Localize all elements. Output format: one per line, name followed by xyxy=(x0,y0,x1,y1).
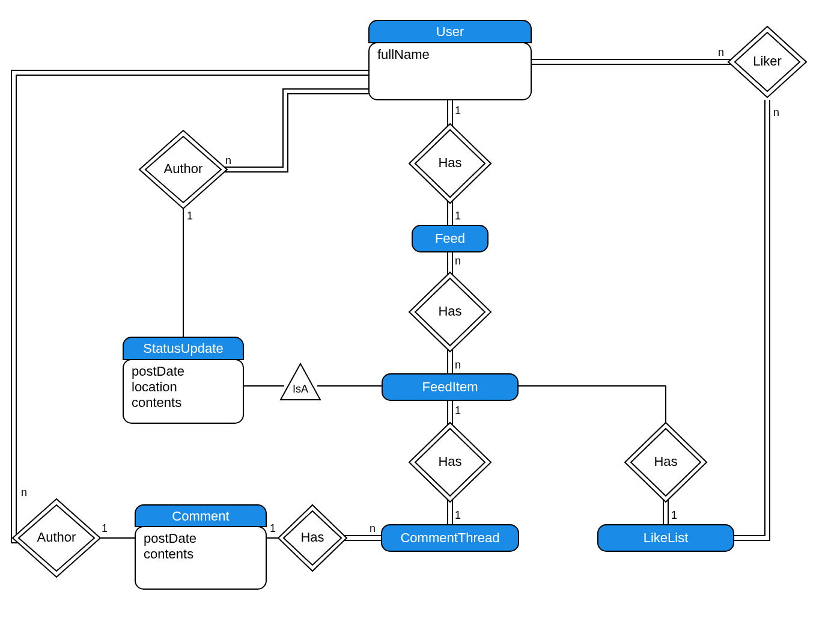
card-user-liker: n xyxy=(718,46,724,58)
entity-statusupdate-title: StatusUpdate xyxy=(143,341,223,356)
rel-author-bottom: Author xyxy=(13,499,100,577)
entity-comment-attr-0: postDate xyxy=(144,531,196,546)
entity-statusupdate: StatusUpdate postDate location contents xyxy=(123,337,243,423)
rel-has-user-feed: Has xyxy=(409,124,491,203)
rel-liker-label: Liker xyxy=(753,54,782,69)
edge-author-top-user: n xyxy=(215,89,369,172)
rel-has-comment-label: Has xyxy=(300,530,324,545)
entity-likelist: LikeList xyxy=(598,525,734,551)
card-user-hasfeed: 1 xyxy=(455,105,461,117)
rel-isa: IsA xyxy=(281,364,320,400)
rel-has-user-feed-label: Has xyxy=(438,155,461,170)
entity-feeditem-title: FeedItem xyxy=(422,379,478,394)
entity-statusupdate-attr-0: postDate xyxy=(132,364,184,379)
entity-user: User fullName xyxy=(369,20,531,100)
card-feeditem-ct: 1 xyxy=(455,405,461,417)
entity-feeditem: FeedItem xyxy=(382,374,518,400)
entity-statusupdate-attr-1: location xyxy=(132,379,177,394)
entity-commentthread-title: CommentThread xyxy=(400,530,499,545)
edge-feeditem-has-likelist xyxy=(518,386,666,430)
card-feed-bottom: n xyxy=(455,255,461,267)
rel-author-top-label: Author xyxy=(164,161,203,176)
card-author-bottom-n: n xyxy=(21,486,27,498)
entity-comment-title: Comment xyxy=(172,509,229,524)
card-comment-author: 1 xyxy=(102,522,108,534)
card-comment-has: 1 xyxy=(270,522,276,534)
card-likelist-top: 1 xyxy=(671,509,677,521)
entity-commentthread: CommentThread xyxy=(382,525,519,551)
entity-comment-attr-1: contents xyxy=(144,546,193,561)
card-ct-top: 1 xyxy=(455,509,461,521)
rel-has-likelist: Has xyxy=(625,423,707,502)
edge-liker-user: n xyxy=(531,46,738,64)
entity-comment: Comment postDate contents xyxy=(135,505,266,589)
entity-likelist-title: LikeList xyxy=(644,530,689,545)
rel-author-top: Author xyxy=(139,130,227,209)
card-statusupdate-author: 1 xyxy=(187,210,193,222)
rel-author-bottom-label: Author xyxy=(37,530,76,545)
entity-feed-title: Feed xyxy=(435,231,465,246)
er-diagram: 1 1 n n 1 1 n 1 1 xyxy=(0,0,840,642)
rel-liker: Liker xyxy=(728,26,806,97)
rel-has-feed-feeditem-label: Has xyxy=(438,304,461,319)
card-ct-hascomment: n xyxy=(370,522,376,534)
edge-likelist-liker: n xyxy=(734,100,779,540)
card-author-top-n: n xyxy=(225,154,231,167)
rel-has-comment: Has xyxy=(278,505,347,571)
edge-statusupdate-author: 1 xyxy=(183,201,193,337)
card-feed-top: 1 xyxy=(455,210,461,222)
entity-statusupdate-attr-2: contents xyxy=(132,395,181,410)
rel-has-feeditem-ct: Has xyxy=(409,423,491,502)
entity-user-attr-0: fullName xyxy=(377,47,430,62)
rel-has-feeditem-ct-label: Has xyxy=(438,454,461,469)
entity-user-title: User xyxy=(436,24,464,39)
rel-has-feed-feeditem: Has xyxy=(409,272,491,352)
card-feeditem-top: n xyxy=(455,359,461,371)
rel-isa-label: IsA xyxy=(293,383,308,395)
entity-feed: Feed xyxy=(412,225,488,252)
card-likelist-liker: n xyxy=(773,106,779,118)
rel-has-likelist-label: Has xyxy=(654,454,677,469)
